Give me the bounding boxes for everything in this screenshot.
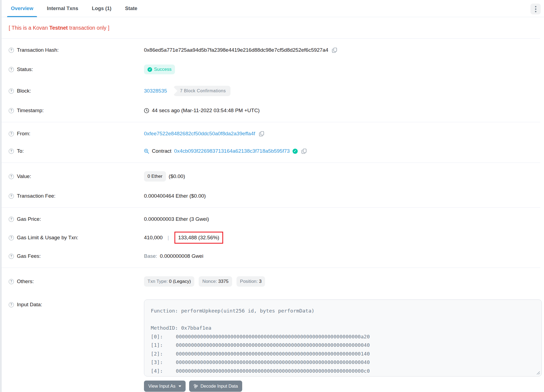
- row-gas-limit-usage: ? Gas Limit & Usage by Txn: 410,000 | 13…: [2, 228, 540, 247]
- to-address-link[interactable]: 0x4cb093f226983713164a62138c3f718a5b595f…: [174, 148, 290, 154]
- tab-bar: Overview Internal Txns Logs (1) State: [2, 0, 544, 17]
- search-plus-icon[interactable]: [144, 149, 149, 154]
- decode-input-data-button[interactable]: Decode Input Data: [189, 381, 242, 392]
- timestamp-value: 44 secs ago (Mar-11-2022 03:54:48 PM +UT…: [152, 108, 260, 114]
- separator: |: [168, 235, 169, 241]
- status-label: ? Status:: [9, 66, 144, 72]
- block-confirmations-badge: 7 Block Confirmations: [174, 86, 230, 96]
- section-gas: ? Gas Price: 0.000000003 Ether (3 Gwei) …: [2, 207, 540, 268]
- to-contract-prefix: Contract: [152, 148, 171, 154]
- row-transaction-fee: ? Transaction Fee: 0.000400464 Ether ($0…: [2, 187, 540, 205]
- value-usd: ($0.00): [169, 173, 185, 179]
- section-value: ? Value: 0 Ether ($0.00) ? Transaction F…: [2, 163, 540, 207]
- input-param-row: [5]:000000000000000000000000000000000000…: [151, 375, 535, 376]
- base-fee-label: Base:: [144, 253, 157, 259]
- value-label: ? Value:: [9, 173, 144, 179]
- more-options-button[interactable]: [530, 4, 541, 14]
- copy-icon[interactable]: [302, 149, 307, 154]
- gas-limit-value: 410,000: [144, 235, 163, 241]
- row-gas-fees: ? Gas Fees: Base: 0.000000008 Gwei: [2, 247, 540, 265]
- gas-usage-value: 133,488 (32.56%): [178, 235, 219, 240]
- tab-state[interactable]: State: [121, 0, 141, 17]
- timestamp-label: ? Timestamp:: [9, 108, 144, 114]
- to-label: ? To:: [9, 148, 144, 154]
- help-icon[interactable]: ?: [9, 217, 14, 222]
- value-ether-badge: 0 Ether: [144, 171, 166, 182]
- gas-price-value: 0.000000003 Ether (3 Gwei): [144, 216, 209, 222]
- position-badge: Position: 3: [236, 276, 265, 287]
- clock-icon: [144, 108, 149, 113]
- transaction-fee-label: ? Transaction Fee:: [9, 193, 144, 199]
- row-value: ? Value: 0 Ether ($0.00): [2, 166, 540, 187]
- transaction-details-page: Overview Internal Txns Logs (1) State [ …: [0, 0, 544, 392]
- help-icon[interactable]: ?: [9, 108, 14, 113]
- help-icon[interactable]: ?: [9, 254, 14, 259]
- row-status: ? Status: ✓ Success: [2, 59, 540, 80]
- row-from: ? From: 0xfee7522e8482682cf50ddc50a0f8da…: [2, 125, 540, 142]
- transaction-fee-value: 0.000400464 Ether ($0.00): [144, 193, 206, 199]
- input-param-row: [2]:000000000000000000000000000000000000…: [151, 350, 535, 358]
- gas-limit-label: ? Gas Limit & Usage by Txn:: [9, 235, 144, 241]
- section-parties: ? From: 0xfee7522e8482682cf50ddc50a0f8da…: [2, 122, 540, 163]
- testnet-notice: [ This is a Kovan Testnet transaction on…: [2, 17, 544, 38]
- window-left-edge: [0, 0, 2, 392]
- gas-usage-annotation-box: 133,488 (32.56%): [174, 232, 223, 244]
- input-param-row: [1]:000000000000000000000000000000000000…: [151, 341, 535, 350]
- from-label: ? From:: [9, 131, 144, 137]
- transaction-hash-value: 0x86ed5a771e725aa94d5b7fa2398e4419e216d8…: [144, 47, 328, 53]
- section-others: ? Others: Txn Type: 0 (Legacy) Nonce: 33…: [2, 268, 540, 392]
- resize-handle[interactable]: [536, 370, 540, 375]
- help-icon[interactable]: ?: [9, 302, 14, 307]
- copy-icon[interactable]: [332, 48, 337, 53]
- method-id: MethodID: 0x7bbaf1ea: [151, 324, 535, 332]
- chevron-down-icon: [179, 385, 181, 387]
- input-param-row: [3]:000000000000000000000000000000000000…: [151, 358, 535, 367]
- row-to: ? To: Contract 0x4cb093f226983713164a621…: [2, 142, 540, 160]
- input-data-label: ? Input Data:: [9, 299, 144, 308]
- view-input-as-button[interactable]: View Input As: [144, 381, 186, 392]
- base-fee-value: 0.000000008 Gwei: [160, 253, 204, 259]
- help-icon[interactable]: ?: [9, 88, 14, 94]
- help-icon[interactable]: ?: [9, 174, 14, 179]
- help-icon[interactable]: ?: [9, 149, 14, 154]
- gas-fees-label: ? Gas Fees:: [9, 253, 144, 259]
- tab-internal-txns[interactable]: Internal Txns: [43, 0, 82, 17]
- row-others: ? Others: Txn Type: 0 (Legacy) Nonce: 33…: [2, 271, 540, 292]
- function-signature: Function: performUpkeep(uint256 id, byte…: [151, 307, 535, 315]
- help-icon[interactable]: ?: [9, 131, 14, 136]
- block-label: ? Block:: [9, 88, 144, 94]
- transaction-hash-label: ? Transaction Hash:: [9, 47, 144, 53]
- txn-type-badge: Txn Type: 0 (Legacy): [144, 276, 194, 287]
- copy-icon[interactable]: [259, 131, 264, 136]
- tab-logs[interactable]: Logs (1): [88, 0, 115, 17]
- nonce-badge: Nonce: 3375: [199, 276, 232, 287]
- input-param-row: [4]:000000000000000000000000000000000000…: [151, 367, 535, 375]
- help-icon[interactable]: ?: [9, 67, 14, 72]
- block-number-link[interactable]: 30328535: [144, 88, 167, 94]
- vertical-ellipsis-icon: [535, 6, 536, 12]
- from-address-link[interactable]: 0xfee7522e8482682cf50ddc50a0f8da2a39effa…: [144, 131, 255, 137]
- row-timestamp: ? Timestamp: 44 secs ago (Mar-11-2022 03…: [2, 102, 540, 119]
- input-data-textarea[interactable]: Function: performUpkeep(uint256 id, byte…: [144, 299, 542, 376]
- verified-contract-icon: ✓: [293, 149, 298, 154]
- check-circle-icon: ✓: [147, 67, 152, 72]
- input-param-row: [0]:000000000000000000000000000000000000…: [151, 332, 535, 341]
- help-icon[interactable]: ?: [9, 279, 14, 284]
- others-label: ? Others:: [9, 278, 144, 284]
- help-icon[interactable]: ?: [9, 235, 14, 240]
- status-badge: ✓ Success: [144, 65, 175, 74]
- row-input-data: ? Input Data: Function: performUpkeep(ui…: [2, 292, 540, 392]
- row-gas-price: ? Gas Price: 0.000000003 Ether (3 Gwei): [2, 210, 540, 228]
- help-icon[interactable]: ?: [9, 194, 14, 199]
- help-icon[interactable]: ?: [9, 48, 14, 53]
- decode-icon: [193, 384, 198, 388]
- row-block: ? Block: 30328535 7 Block Confirmations: [2, 80, 540, 102]
- tab-overview[interactable]: Overview: [7, 0, 37, 17]
- section-summary: ? Transaction Hash: 0x86ed5a771e725aa94d…: [2, 38, 540, 122]
- gas-price-label: ? Gas Price:: [9, 216, 144, 222]
- row-transaction-hash: ? Transaction Hash: 0x86ed5a771e725aa94d…: [2, 41, 540, 59]
